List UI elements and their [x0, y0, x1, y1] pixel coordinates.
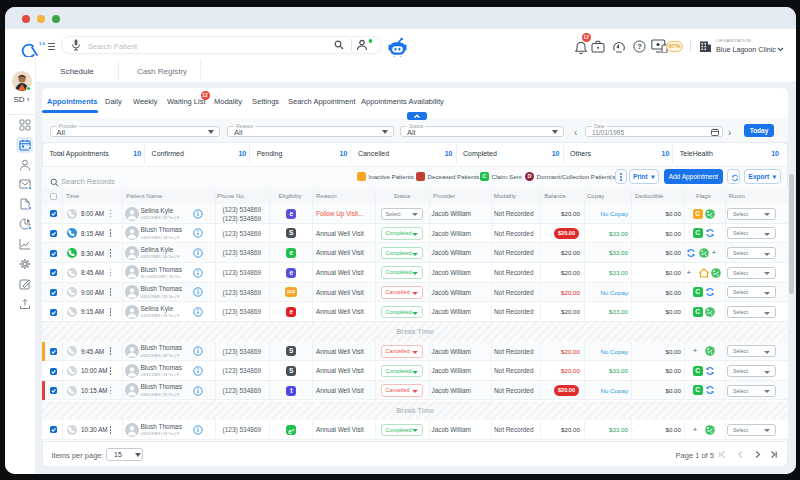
svg-text:1.0: 1.0: [39, 41, 45, 46]
svg-text:?: ?: [637, 42, 642, 51]
